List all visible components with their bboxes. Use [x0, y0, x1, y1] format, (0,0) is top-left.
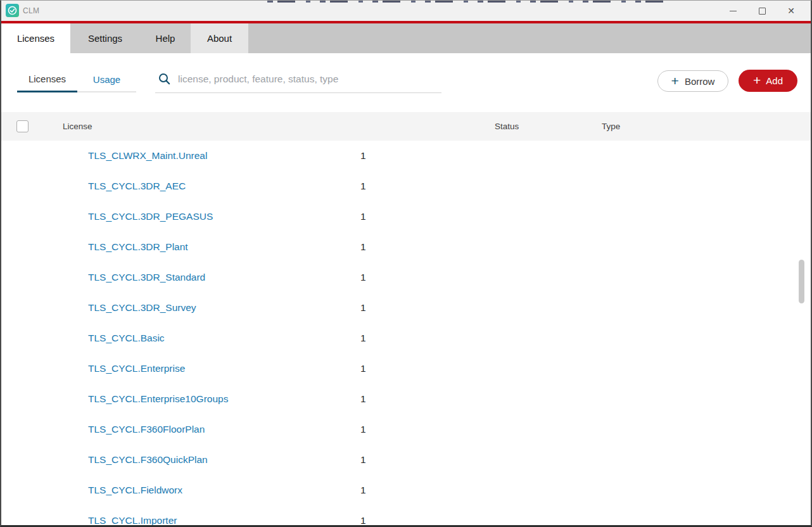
license-count: 1 [360, 363, 366, 374]
license-count: 1 [360, 485, 366, 496]
main-tab-bar: Licenses Settings Help About [1, 23, 811, 53]
license-count: 1 [360, 333, 366, 344]
license-link[interactable]: TLS_CYCL.3DR_AEC [88, 181, 186, 192]
search-input[interactable] [178, 73, 441, 87]
table-row: TLS_CYCL.F360QuickPlan 1 [1, 445, 811, 475]
license-link[interactable]: TLS_CYCL.3DR_Survey [88, 302, 196, 314]
select-all-checkbox[interactable] [16, 120, 29, 132]
screen-artifact [267, 1, 669, 3]
license-count: 1 [360, 515, 366, 526]
tab-licenses[interactable]: Licenses [1, 23, 70, 53]
tab-help[interactable]: Help [140, 23, 191, 53]
table-row: TLS_CYCL.3DR_Plant 1 [1, 232, 811, 262]
view-tab-licenses[interactable]: Licenses [17, 67, 77, 92]
tab-bar-filler [248, 23, 811, 53]
license-link[interactable]: TLS_CYCL.Importer [88, 515, 177, 526]
app-window: CLM ✕ Licenses Settings Help About Licen… [0, 0, 812, 527]
vertical-scrollbar-thumb[interactable] [799, 260, 804, 303]
tab-settings[interactable]: Settings [70, 23, 140, 53]
close-icon: ✕ [787, 6, 795, 15]
add-button[interactable]: + Add [739, 70, 797, 92]
minimize-button[interactable] [718, 1, 747, 21]
title-bar: CLM ✕ [1, 1, 811, 21]
plus-icon: + [753, 73, 761, 87]
column-header-type[interactable]: Type [602, 112, 620, 141]
license-link[interactable]: TLS_CYCL.F360FloorPlan [88, 424, 205, 435]
table-row: TLS_CYCL.Enterprise10Groups 1 [1, 384, 811, 414]
license-count: 1 [360, 302, 366, 314]
license-link[interactable]: TLS_CYCL.Enterprise [88, 363, 185, 374]
minimize-icon [730, 11, 737, 11]
app-logo-icon [6, 4, 19, 17]
license-count: 1 [360, 272, 366, 283]
window-controls: ✕ [718, 1, 806, 21]
maximize-icon [759, 8, 766, 15]
tab-about[interactable]: About [191, 23, 248, 53]
borrow-button-label: Borrow [685, 76, 715, 87]
license-link[interactable]: TLS_CYCL.3DR_Standard [88, 272, 205, 283]
table-row: TLS_CYCL.3DR_AEC 1 [1, 171, 811, 201]
plus-icon: + [671, 74, 679, 87]
column-header-status[interactable]: Status [495, 112, 519, 141]
license-link[interactable]: TLS_CLWRX_Maint.Unreal [88, 150, 207, 162]
table-row: TLS_CYCL.F360FloorPlan 1 [1, 414, 811, 445]
license-count: 1 [360, 181, 366, 192]
license-count: 1 [360, 241, 366, 253]
close-button[interactable]: ✕ [777, 1, 806, 21]
license-link[interactable]: TLS_CYCL.Basic [88, 333, 165, 344]
license-link[interactable]: TLS_CYCL.3DR_PEGASUS [88, 211, 213, 222]
borrow-button[interactable]: + Borrow [657, 70, 728, 92]
license-link[interactable]: TLS_CYCL.Enterprise10Groups [88, 393, 228, 405]
table-row: TLS_CLWRX_Maint.Unreal 1 [1, 141, 811, 171]
table-header: License Status Type [1, 112, 811, 141]
license-count: 1 [360, 393, 366, 405]
license-link[interactable]: TLS_CYCL.Fieldworx [88, 485, 182, 496]
column-header-license[interactable]: License [63, 112, 92, 141]
table-row: TLS_CYCL.3DR_Survey 1 [1, 293, 811, 323]
license-link[interactable]: TLS_CYCL.F360QuickPlan [88, 454, 208, 466]
license-count: 1 [360, 150, 366, 162]
license-count: 1 [360, 454, 366, 466]
window-title: CLM [23, 6, 39, 15]
add-button-label: Add [766, 75, 783, 86]
table-row: TLS_CYCL.Fieldworx 1 [1, 475, 811, 505]
license-link[interactable]: TLS_CYCL.3DR_Plant [88, 241, 188, 253]
table-row: TLS_CYCL.Enterprise 1 [1, 353, 811, 384]
view-tab-bar: Licenses Usage [17, 67, 136, 92]
table-row: TLS_CYCL.Importer 1 [1, 505, 811, 526]
search-icon [158, 73, 170, 85]
table-row: TLS_CYCL.3DR_PEGASUS 1 [1, 201, 811, 232]
license-table-body: TLS_CLWRX_Maint.Unreal 1 TLS_CYCL.3DR_AE… [1, 141, 811, 526]
view-tab-usage[interactable]: Usage [77, 67, 136, 92]
table-row: TLS_CYCL.3DR_Standard 1 [1, 262, 811, 293]
license-count: 1 [360, 211, 366, 222]
search-field [155, 68, 441, 93]
maximize-button[interactable] [747, 1, 777, 21]
license-count: 1 [360, 424, 366, 435]
table-row: TLS_CYCL.Basic 1 [1, 323, 811, 353]
